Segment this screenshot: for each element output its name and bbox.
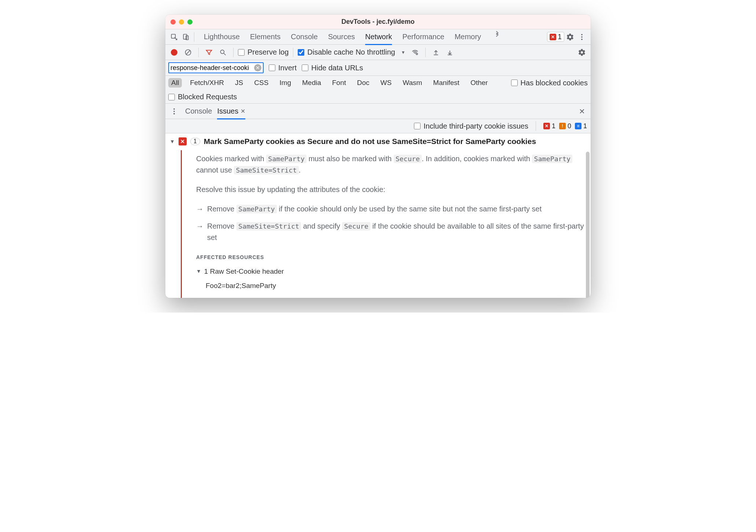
zoom-window-button[interactable] (187, 19, 192, 25)
filter-row: ✕ Invert Hide data URLs (165, 60, 591, 76)
info-badge[interactable]: ≡ 1 (575, 122, 587, 130)
drawer-tab-issues-label: Issues (217, 107, 238, 115)
filter-icon[interactable] (203, 47, 215, 58)
drawer-tab-console[interactable]: Console (185, 104, 212, 119)
minimize-window-button[interactable] (179, 19, 184, 25)
devtools-window: DevTools - jec.fyi/demo Lighthouse Eleme… (165, 15, 591, 298)
tab-lighthouse[interactable]: Lighthouse (204, 29, 240, 45)
type-media[interactable]: Media (299, 78, 324, 88)
network-conditions-icon[interactable] (409, 47, 421, 58)
invert-checkbox[interactable]: Invert (269, 64, 297, 72)
blocked-requests-checkbox[interactable]: Blocked Requests (168, 93, 237, 101)
filter-input[interactable] (170, 64, 254, 72)
svg-point-12 (173, 111, 175, 112)
download-har-icon[interactable] (444, 47, 456, 58)
affected-resources: ▼ 1 Raw Set-Cookie header Foo2=bar2;Same… (196, 266, 584, 291)
blocked-requests-label: Blocked Requests (178, 93, 237, 101)
arrow-icon: → (196, 203, 203, 215)
svg-point-13 (173, 113, 175, 114)
severity-bar (181, 150, 182, 298)
svg-line-9 (224, 53, 226, 55)
close-tab-icon[interactable]: ✕ (241, 108, 245, 115)
separator (293, 48, 293, 57)
clear-filter-icon[interactable]: ✕ (254, 64, 261, 71)
arrow-icon: → (196, 221, 203, 243)
clear-icon[interactable] (182, 47, 194, 58)
type-doc[interactable]: Doc (354, 78, 373, 88)
preserve-log-label: Preserve log (247, 48, 289, 56)
search-icon[interactable] (217, 47, 229, 58)
panel-tabs: Lighthouse Elements Console Sources Netw… (204, 29, 547, 45)
disable-cache-checkbox[interactable]: Disable cache (298, 48, 353, 56)
issue-paragraph: Cookies marked with SameParty must also … (196, 153, 584, 176)
type-img[interactable]: Img (276, 78, 294, 88)
record-button[interactable] (168, 47, 180, 58)
warning-icon: ! (559, 123, 566, 129)
error-badge[interactable]: ✕ 1 (543, 122, 555, 130)
close-window-button[interactable] (170, 19, 176, 25)
svg-point-3 (581, 34, 583, 35)
type-css[interactable]: CSS (251, 78, 271, 88)
type-wasm[interactable]: Wasm (400, 78, 425, 88)
tab-performance[interactable]: Performance (402, 29, 444, 45)
error-icon: ✕ (179, 137, 187, 145)
type-font[interactable]: Font (329, 78, 349, 88)
upload-har-icon[interactable] (430, 47, 442, 58)
issue-paragraph: Resolve this issue by updating the attri… (196, 184, 584, 195)
tab-sources[interactable]: Sources (328, 29, 355, 45)
code-samesite-strict: SameSite=Strict (236, 222, 301, 230)
disclosure-triangle-icon[interactable]: ▼ (196, 267, 201, 276)
close-drawer-icon[interactable]: ✕ (576, 106, 588, 117)
issue-content: Cookies marked with SameParty must also … (196, 153, 584, 291)
info-icon: ≡ (575, 123, 581, 129)
settings-icon[interactable] (564, 32, 576, 43)
network-settings-icon[interactable] (576, 47, 588, 58)
preserve-log-checkbox[interactable]: Preserve log (238, 48, 289, 56)
type-manifest[interactable]: Manifest (430, 78, 462, 88)
scrollbar[interactable] (586, 152, 590, 298)
affected-resources-header: AFFECTED RESOURCES (196, 254, 584, 262)
issue-count-badges: ✕ 1 ! 0 ≡ 1 (543, 122, 587, 130)
tab-console[interactable]: Console (291, 29, 318, 45)
issue-count-pill: 1 (190, 138, 200, 145)
warning-badge[interactable]: ! 0 (559, 122, 571, 130)
type-all[interactable]: All (168, 78, 182, 88)
error-count-badge[interactable]: ✕ 1 (547, 32, 564, 42)
toggle-device-icon[interactable] (180, 32, 192, 43)
type-js[interactable]: JS (232, 78, 246, 88)
invert-label: Invert (278, 64, 297, 72)
disable-cache-label: Disable cache (307, 48, 353, 56)
tab-elements[interactable]: Elements (250, 29, 280, 45)
disclosure-triangle-icon[interactable]: ▼ (170, 138, 175, 144)
drawer-menu-icon[interactable] (168, 106, 180, 117)
code-sameparty: SameParty (236, 205, 277, 213)
type-other[interactable]: Other (467, 78, 491, 88)
filter-input-wrap[interactable]: ✕ (168, 62, 264, 73)
tab-network[interactable]: Network (365, 29, 392, 45)
svg-point-5 (581, 38, 583, 40)
kebab-menu-icon[interactable] (576, 32, 588, 43)
affected-row[interactable]: ▼ 1 Raw Set-Cookie header (196, 266, 584, 277)
hide-data-urls-label: Hide data URLs (311, 64, 363, 72)
include-third-party-checkbox[interactable]: Include third-party cookie issues (414, 122, 528, 130)
separator (233, 48, 234, 57)
separator (198, 48, 199, 57)
type-ws[interactable]: WS (378, 78, 395, 88)
type-filter-row: All Fetch/XHR JS CSS Img Media Font Doc … (165, 76, 591, 104)
svg-point-4 (581, 36, 583, 38)
has-blocked-cookies-checkbox[interactable]: Has blocked cookies (511, 79, 588, 87)
affected-value: Foo2=bar2;SameParty (206, 280, 584, 291)
tab-memory[interactable]: Memory (455, 29, 481, 45)
issue-header[interactable]: ▼ ✕ 1 Mark SameParty cookies as Secure a… (170, 137, 584, 146)
more-tabs-icon[interactable] (491, 29, 503, 40)
issue-bullet: → Remove SameSite=Strict and specify Sec… (196, 221, 584, 243)
hide-data-urls-checkbox[interactable]: Hide data URLs (302, 64, 363, 72)
titlebar: DevTools - jec.fyi/demo (165, 15, 591, 29)
error-count: 1 (552, 122, 555, 130)
drawer-tab-issues[interactable]: Issues ✕ (217, 104, 245, 119)
code-samesite-strict: SameSite=Strict (234, 166, 298, 174)
window-title: DevTools - jec.fyi/demo (165, 18, 591, 26)
inspect-element-icon[interactable] (168, 32, 180, 43)
type-fetch-xhr[interactable]: Fetch/XHR (187, 78, 227, 88)
throttling-select[interactable]: No throttling ▼ (356, 48, 407, 56)
